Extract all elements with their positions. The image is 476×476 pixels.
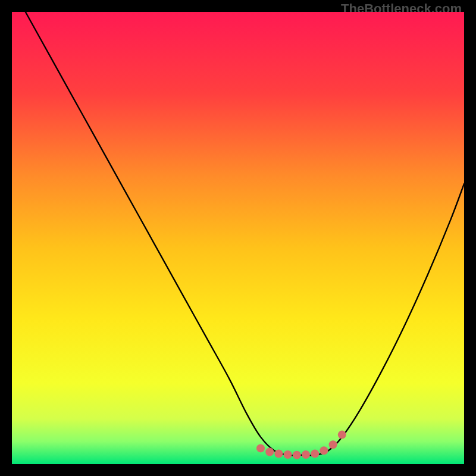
marker-dot (329, 440, 337, 449)
marker-dot (265, 447, 274, 456)
marker-dot (274, 450, 283, 458)
marker-dot (338, 431, 346, 439)
chart-frame: TheBottleneck.com (0, 0, 476, 476)
marker-dot (293, 451, 301, 459)
marker-dot (311, 450, 319, 458)
curve-layer (12, 12, 464, 464)
plot-area (12, 12, 464, 464)
bottleneck-curve (26, 12, 464, 455)
marker-dot (256, 444, 265, 452)
marker-dot (302, 450, 310, 459)
marker-dot (284, 450, 292, 459)
marker-dot (320, 446, 328, 455)
